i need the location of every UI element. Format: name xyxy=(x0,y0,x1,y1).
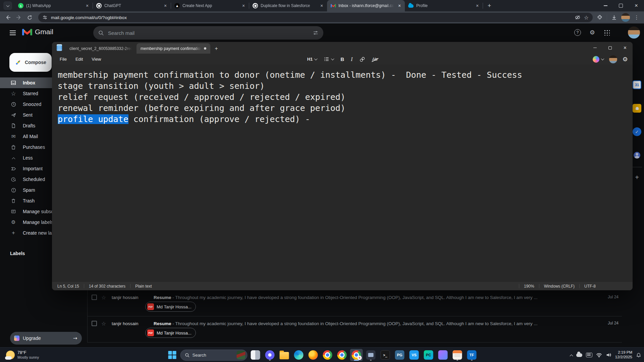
link-button[interactable] xyxy=(359,56,365,62)
taskbar-app-chrome[interactable] xyxy=(321,349,334,361)
help-icon[interactable] xyxy=(574,29,581,36)
email-checkbox[interactable] xyxy=(92,321,97,326)
list-style-button[interactable] xyxy=(324,56,334,62)
taskbar-app-techforce[interactable]: TF xyxy=(466,349,478,361)
notepad-minimize-button[interactable] xyxy=(587,42,602,54)
google-apps-grid-icon[interactable] xyxy=(604,29,610,36)
email-star-icon[interactable] xyxy=(101,320,107,327)
taskbar-app-postgresql[interactable]: PG xyxy=(393,349,406,361)
tab-close-icon[interactable] xyxy=(163,3,168,8)
notepad-maximize-button[interactable] xyxy=(602,42,618,54)
heading-style-button[interactable]: H1 xyxy=(307,57,317,62)
browser-profile-avatar[interactable] xyxy=(621,13,630,22)
notepad-tab-client-secret[interactable]: client_secret_2_60053885332-2reqe52rribc xyxy=(65,43,136,54)
tray-keyboard-icon[interactable] xyxy=(586,353,592,357)
menu-view[interactable]: View xyxy=(87,55,105,63)
browser-tab-whatsapp[interactable]: 1 (1) WhatsApp xyxy=(15,0,93,11)
menu-edit[interactable]: Edit xyxy=(71,55,87,63)
wifi-icon[interactable] xyxy=(596,353,602,358)
tab-search-button[interactable] xyxy=(3,1,12,10)
hidden-icons-chevron[interactable] xyxy=(570,354,573,358)
settings-gear-icon[interactable] xyxy=(590,29,595,36)
email-row[interactable]: tanjir hossain Resume - Throughout my ac… xyxy=(88,316,622,343)
techforce-icon: TF xyxy=(467,350,477,360)
compose-button[interactable]: Compose xyxy=(9,53,52,72)
bookmark-star-icon[interactable]: ☆ xyxy=(584,14,589,21)
taskbar-app-widgets[interactable] xyxy=(249,349,262,361)
taskbar-app-file-explorer[interactable] xyxy=(278,349,291,361)
tab-close-icon[interactable] xyxy=(241,3,246,8)
site-settings-icon[interactable] xyxy=(42,15,48,20)
forward-button[interactable] xyxy=(14,13,23,22)
taskbar-search[interactable] xyxy=(180,350,248,361)
taskbar-app-vscode[interactable]: VS xyxy=(408,349,421,361)
browser-tab-salesforce-chat[interactable]: Duplicate flow in Salesforce xyxy=(249,0,327,11)
taskbar-app-design-tool[interactable] xyxy=(437,349,449,361)
search-filter-icon[interactable] xyxy=(313,30,319,36)
extensions-puzzle-icon[interactable] xyxy=(597,14,603,20)
notepad-account-avatar[interactable] xyxy=(609,55,617,63)
tab-title: Create Next App xyxy=(182,3,238,8)
keep-icon[interactable] xyxy=(633,104,641,113)
tasks-icon[interactable] xyxy=(633,127,641,136)
notepad-close-button[interactable]: × xyxy=(618,42,633,54)
taskbar-app-chrome-profile2[interactable] xyxy=(336,349,348,361)
browser-tab-chatgpt[interactable]: ChatGPT xyxy=(93,0,171,11)
taskbar-app-terminal[interactable]: >_ xyxy=(379,349,392,361)
notification-bell-icon[interactable] xyxy=(636,352,641,358)
tab-close-icon[interactable] xyxy=(85,3,90,8)
start-button[interactable] xyxy=(166,349,179,361)
taskbar-search-input[interactable] xyxy=(193,353,234,358)
notepad-tab-membership[interactable]: membership payment confirmation xyxy=(137,43,210,54)
tray-cloud-icon[interactable] xyxy=(576,353,582,357)
taskbar-clock[interactable]: 2:19 PM 12/2/2025 xyxy=(615,350,632,360)
calendar-icon[interactable]: 31 xyxy=(633,80,641,89)
attachment-chip[interactable]: PDF Md Tanjir Hossa... xyxy=(145,302,196,312)
bold-button[interactable]: B xyxy=(340,56,344,62)
email-checkbox[interactable] xyxy=(92,295,97,300)
notepad-new-tab-button[interactable] xyxy=(212,45,220,53)
browser-menu-kebab-icon[interactable] xyxy=(634,14,639,20)
gmail-search-input[interactable] xyxy=(108,30,309,36)
volume-icon[interactable] xyxy=(606,352,611,358)
get-addons-plus-icon[interactable] xyxy=(633,173,641,182)
privacy-eye-icon[interactable] xyxy=(575,14,581,20)
tab-close-icon[interactable] xyxy=(397,3,402,8)
browser-tab-profile[interactable]: Profile xyxy=(405,0,483,11)
notepad-settings-gear-icon[interactable] xyxy=(623,56,628,63)
copilot-button[interactable] xyxy=(593,56,604,63)
taskbar-app-loom[interactable] xyxy=(264,349,276,361)
taskbar-app-firefox[interactable] xyxy=(307,349,320,361)
browser-tab-gmail-active[interactable]: Inbox - ishann.tforce@gmail.com xyxy=(327,0,405,11)
browser-tab-nextapp[interactable]: ▲ Create Next App xyxy=(171,0,249,11)
back-button[interactable] xyxy=(3,13,13,22)
weather-widget[interactable]: 78°F Mostly sunny xyxy=(3,349,42,361)
clear-formatting-button[interactable]: Ab xyxy=(372,57,377,62)
taskbar-app-screenshot-tool[interactable] xyxy=(365,349,377,361)
address-bar[interactable]: mail.google.com/mail/u/0/?ogbl#inbox ☆ xyxy=(38,13,593,22)
taskbar-app-notepad-plus[interactable] xyxy=(451,349,464,361)
new-tab-button[interactable] xyxy=(485,1,494,10)
contacts-icon[interactable] xyxy=(633,151,641,160)
tab-close-icon[interactable] xyxy=(475,3,480,8)
italic-button[interactable]: I xyxy=(351,56,353,62)
taskbar-app-chrome-salesforce-active[interactable]: S xyxy=(350,349,363,361)
tab-close-icon[interactable] xyxy=(319,3,324,8)
url-text[interactable]: mail.google.com/mail/u/0/?ogbl#inbox xyxy=(51,15,571,20)
close-button[interactable] xyxy=(629,0,644,11)
minimize-button[interactable] xyxy=(598,0,613,11)
upgrade-button[interactable]: Upgrade xyxy=(10,332,82,345)
reload-button[interactable] xyxy=(25,13,34,22)
menu-file[interactable]: File xyxy=(55,55,71,63)
email-star-icon[interactable] xyxy=(101,294,107,301)
taskbar-app-pycharm[interactable]: PC xyxy=(422,349,435,361)
gmail-search-bar[interactable] xyxy=(93,26,323,40)
tab-title: Profile xyxy=(416,3,472,8)
notepad-text-area[interactable]: membership payment confirmation to donor… xyxy=(52,65,633,282)
main-menu-hamburger[interactable] xyxy=(6,26,19,40)
email-row[interactable]: tanjir hossain Resume - Throughout my ac… xyxy=(88,290,622,316)
downloads-icon[interactable] xyxy=(611,14,617,20)
taskbar-app-edge[interactable] xyxy=(292,349,305,361)
maximize-button[interactable] xyxy=(613,0,629,11)
attachment-chip[interactable]: PDF Md Tanjir Hossa... xyxy=(145,328,196,338)
